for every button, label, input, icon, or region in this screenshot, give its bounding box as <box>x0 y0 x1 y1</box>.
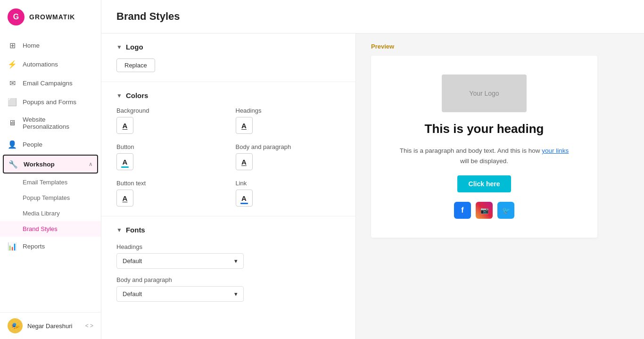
link-color-swatch[interactable]: A <box>236 190 253 207</box>
preview-panel: Preview Your Logo This is your heading T… <box>356 33 644 339</box>
logo-text: GROWMATIK <box>29 13 75 21</box>
reports-icon: 📊 <box>8 241 17 251</box>
fonts-section-title: Fonts <box>126 226 145 234</box>
home-icon: ⊞ <box>8 41 17 50</box>
workshop-chevron: ∧ <box>89 161 92 167</box>
workshop-submenu: Email Templates Popup Templates Media Li… <box>0 174 101 237</box>
logo-section-title: Logo <box>126 43 143 51</box>
settings-panel: ▼ Logo Replace ▼ Colors Background A <box>101 33 356 339</box>
automations-icon: ⚡ <box>8 59 17 69</box>
preview-card: Your Logo This is your heading This is a… <box>371 56 597 238</box>
logo-section: ▼ Logo Replace <box>101 33 355 82</box>
avatar: 🎭 <box>8 318 23 333</box>
sidebar-item-popup-templates[interactable]: Popup Templates <box>0 190 101 206</box>
logo-icon: G <box>8 8 25 25</box>
sidebar-item-website[interactable]: 🖥 Website Personalizations <box>0 111 101 135</box>
colors-chevron: ▼ <box>116 92 122 99</box>
color-background: Background A <box>116 107 222 134</box>
profile-arrows: < > <box>85 322 93 329</box>
sidebar-item-media-library[interactable]: Media Library <box>0 206 101 221</box>
background-color-swatch[interactable]: A <box>116 117 133 134</box>
sidebar-item-email-templates[interactable]: Email Templates <box>0 174 101 190</box>
preview-heading: This is your heading <box>425 122 544 136</box>
page-title: Brand Styles <box>116 10 629 23</box>
body-color-swatch[interactable]: A <box>236 153 253 170</box>
logo-section-header[interactable]: ▼ Logo <box>116 43 340 51</box>
workshop-icon: 🔧 <box>8 159 18 169</box>
sidebar-item-workshop[interactable]: 🔧 Workshop ∧ <box>3 155 98 174</box>
main-content: Brand Styles ▼ Logo Replace ▼ Colors <box>101 0 644 339</box>
preview-socials: f 📷 🐦 <box>454 202 514 219</box>
color-headings: Headings A <box>236 107 341 134</box>
headings-font-item: Headings Default ▾ <box>116 243 340 269</box>
colors-section-title: Colors <box>126 91 149 99</box>
sidebar-item-home[interactable]: ⊞ Home <box>0 36 101 55</box>
select-chevron: ▾ <box>234 257 238 265</box>
fonts-chevron: ▼ <box>116 227 122 233</box>
colors-section: ▼ Colors Background A Headings <box>101 82 355 216</box>
fonts-section-header[interactable]: ▼ Fonts <box>116 226 340 234</box>
sidebar-item-reports[interactable]: 📊 Reports <box>0 237 101 256</box>
sidebar-nav: ⊞ Home ⚡ Automations ✉ Email Campaigns ⬜… <box>0 34 101 312</box>
page-header: Brand Styles <box>101 0 644 33</box>
sidebar-item-email-campaigns[interactable]: ✉ Email Campaigns <box>0 74 101 92</box>
website-icon: 🖥 <box>8 118 17 128</box>
color-button-text: Button text A <box>116 180 222 207</box>
sidebar-item-automations[interactable]: ⚡ Automations <box>0 55 101 74</box>
headings-color-swatch[interactable]: A <box>236 117 253 134</box>
color-body-paragraph: Body and paragraph A <box>236 143 341 170</box>
logo-chevron: ▼ <box>116 44 122 50</box>
color-button: Button A <box>116 143 222 170</box>
facebook-icon: f <box>454 202 471 219</box>
email-icon: ✉ <box>8 78 17 88</box>
preview-cta-button[interactable]: Click here <box>457 175 512 192</box>
sidebar: G GROWMATIK ⊞ Home ⚡ Automations ✉ Email… <box>0 0 101 339</box>
preview-label: Preview <box>371 43 629 50</box>
app-logo[interactable]: G GROWMATIK <box>0 0 101 34</box>
button-text-color-swatch[interactable]: A <box>116 190 133 207</box>
headings-font-select[interactable]: Default ▾ <box>116 253 244 269</box>
popups-icon: ⬜ <box>8 97 17 107</box>
preview-body-text: This is a paragraph and body text. And t… <box>399 146 569 166</box>
button-color-swatch[interactable]: A <box>116 153 133 170</box>
sidebar-item-people[interactable]: 👤 People <box>0 135 101 154</box>
preview-link[interactable]: your links <box>542 147 569 154</box>
body-font-select[interactable]: Default ▾ <box>116 286 244 302</box>
replace-logo-button[interactable]: Replace <box>116 58 155 72</box>
people-icon: 👤 <box>8 140 17 149</box>
main-body: ▼ Logo Replace ▼ Colors Background A <box>101 33 644 339</box>
instagram-icon: 📷 <box>476 202 493 219</box>
select-chevron-body: ▾ <box>234 290 238 298</box>
preview-logo: Your Logo <box>442 74 527 112</box>
colors-section-header[interactable]: ▼ Colors <box>116 91 340 99</box>
twitter-icon: 🐦 <box>497 202 514 219</box>
user-profile[interactable]: 🎭 Negar Dareshuri < > <box>0 312 101 339</box>
fonts-section: ▼ Fonts Headings Default ▾ Body and para… <box>101 216 355 319</box>
color-link: Link A <box>236 180 341 207</box>
sidebar-item-brand-styles[interactable]: Brand Styles <box>0 221 101 237</box>
sidebar-item-popups-forms[interactable]: ⬜ Popups and Forms <box>0 92 101 111</box>
colors-grid: Background A Headings A Button <box>116 107 340 207</box>
body-font-item: Body and paragraph Default ▾ <box>116 276 340 302</box>
